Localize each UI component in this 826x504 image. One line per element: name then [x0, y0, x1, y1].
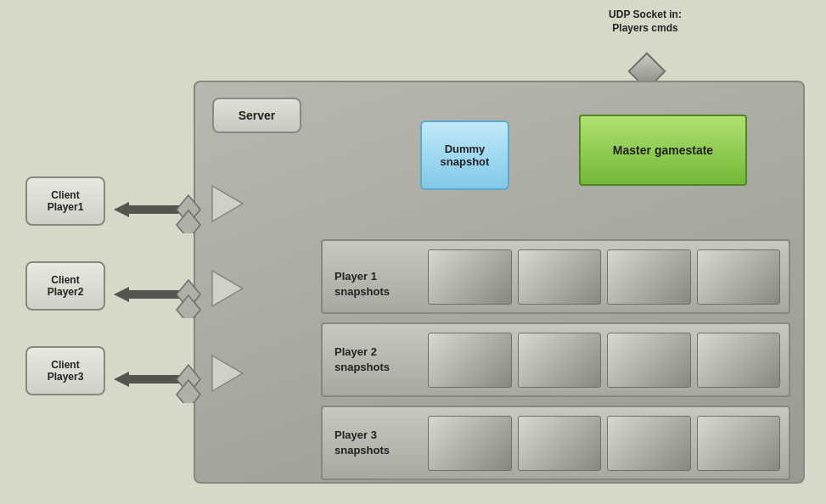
- connector-row-2: [105, 272, 216, 318]
- connector-row-3: [105, 356, 216, 403]
- snapshot-cell: [697, 249, 781, 305]
- svg-marker-10: [114, 372, 129, 387]
- player-row-1-label: Player 1 snapshots: [323, 254, 423, 300]
- player-row-3: Player 3 snapshots: [321, 406, 790, 480]
- svg-marker-4: [212, 186, 243, 221]
- server-label: Server: [212, 98, 301, 133]
- player-row-2-cells: [423, 325, 789, 395]
- triangle-btn-row-3: [211, 352, 244, 395]
- udp-socket-label: UDP Socket in: Players cmds: [590, 8, 700, 35]
- client-player2-box: Client Player2: [25, 261, 105, 311]
- snapshot-cell: [428, 249, 512, 305]
- master-gamestate-box: Master gamestate: [579, 115, 747, 186]
- snapshot-cell: [428, 333, 512, 388]
- snapshot-cell: [607, 249, 691, 305]
- dummy-snapshot-box: Dummy snapshot: [420, 120, 509, 190]
- client-player3-box: Client Player3: [25, 346, 105, 395]
- snapshot-cell: [607, 416, 691, 471]
- triangle-btn-row-2: [211, 267, 244, 310]
- triangle-btn-row-1: [211, 182, 244, 225]
- snapshot-cell: [607, 333, 691, 388]
- snapshot-cell: [518, 416, 602, 471]
- svg-marker-9: [212, 271, 243, 306]
- player-row-3-cells: [423, 408, 789, 479]
- snapshot-cell: [518, 333, 602, 388]
- snapshot-cell: [697, 416, 781, 471]
- player-row-3-label: Player 3 snapshots: [323, 428, 423, 458]
- snapshot-cell: [428, 416, 512, 471]
- server-container: Server Dummy snapshot Master gamestate P…: [194, 81, 805, 484]
- player-row-2: Player 2 snapshots: [321, 322, 790, 397]
- connector-row-1: [105, 187, 216, 233]
- svg-marker-14: [212, 356, 243, 391]
- snapshot-cell: [518, 249, 602, 305]
- client-player1-box: Client Player1: [25, 176, 105, 226]
- svg-marker-0: [114, 202, 129, 217]
- player-row-1: Player 1 snapshots: [321, 239, 790, 314]
- snapshot-cell: [697, 333, 781, 388]
- player-row-1-cells: [423, 242, 789, 312]
- svg-marker-5: [114, 287, 129, 302]
- player-row-2-label: Player 2 snapshots: [323, 344, 423, 375]
